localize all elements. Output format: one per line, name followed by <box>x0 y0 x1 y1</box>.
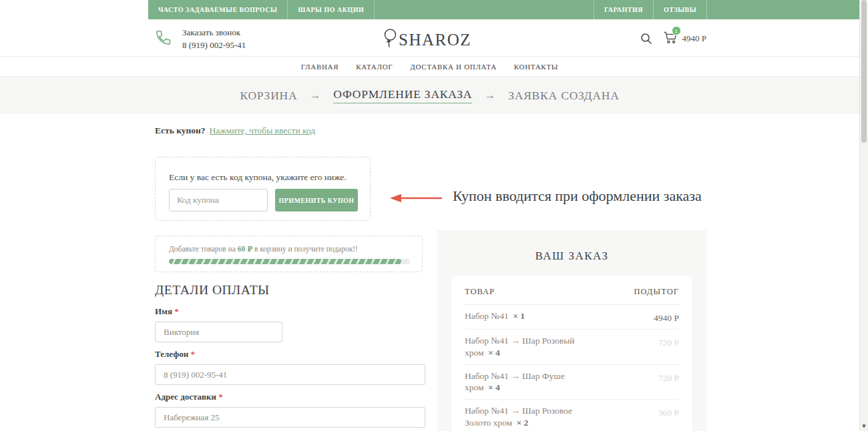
nav-home[interactable]: ГЛАВНАЯ <box>301 63 339 71</box>
coupon-toggle-row: Есть купон?Нажмите, чтобы ввести код <box>155 125 315 136</box>
name-input[interactable] <box>155 322 282 342</box>
site-header: Заказать звонок 8 (919) 002-95-41 SHAROZ <box>0 19 859 57</box>
name-field-group: Имя * <box>155 306 282 342</box>
order-summary-title: ВАШ ЗАКАЗ <box>437 250 706 263</box>
coupon-question: Есть купон? <box>155 125 206 135</box>
annotation-arrow-icon <box>390 193 442 205</box>
step-order-created: ЗАЯВКА СОЗДАНА <box>508 89 620 103</box>
topbar-right-links: ГАРАНТИЯ ОТЗЫВЫ <box>594 0 707 19</box>
logo[interactable]: SHAROZ <box>148 28 706 51</box>
nav-delivery-payment[interactable]: ДОСТАВКА И ОПЛАТА <box>410 63 496 71</box>
gift-progress-box: Добавьте товаров на 60 ₽ в корзину и пол… <box>155 236 423 272</box>
gift-progress-amount: 60 ₽ <box>238 245 252 253</box>
order-table-header: ТОВАР ПОДЫТОГ <box>465 276 679 305</box>
scrollbar-down-arrow[interactable]: ▼ <box>860 424 868 429</box>
step-cart[interactable]: КОРЗИНА <box>240 89 297 103</box>
coupon-hint: Если у вас есть код купона, укажите его … <box>169 172 347 183</box>
col-product: ТОВАР <box>465 287 495 297</box>
scrollbar-thumb[interactable] <box>861 0 867 143</box>
item-price: 720 Р <box>658 335 679 359</box>
logo-text: SHAROZ <box>399 31 471 49</box>
coupon-toggle-link[interactable]: Нажмите, чтобы ввести код <box>210 125 316 135</box>
billing-title: ДЕТАЛИ ОПЛАТЫ <box>155 283 270 298</box>
nav-catalog[interactable]: КАТАЛОГ <box>356 63 393 71</box>
coupon-form: Если у вас есть код купона, укажите его … <box>155 157 371 221</box>
nav-contacts[interactable]: КОНТАКТЫ <box>514 63 558 71</box>
item-price: 4940 Р <box>654 310 679 324</box>
gift-progress-text: Добавьте товаров на 60 ₽ в корзину и пол… <box>169 244 358 254</box>
cart-total: 4940 Р <box>682 33 706 44</box>
coupon-code-input[interactable] <box>169 189 268 211</box>
order-item-row: Набор №41 × 1 4940 Р <box>465 305 679 330</box>
phone-field-label: Телефон * <box>155 349 425 360</box>
topbar-left-links: ЧАСТО ЗАДАВАЕМЫЕ ВОПРОСЫ ШАРЫ ПО АКЦИИ <box>148 0 375 19</box>
topbar: ЧАСТО ЗАДАВАЕМЫЕ ВОПРОСЫ ШАРЫ ПО АКЦИИ Г… <box>148 0 859 19</box>
address-field-label: Адрес доставки * <box>155 392 425 402</box>
topbar-link-faq[interactable]: ЧАСТО ЗАДАВАЕМЫЕ ВОПРОСЫ <box>148 0 288 19</box>
order-summary-card: ТОВАР ПОДЫТОГ Набор №41 × 1 4940 Р Набор… <box>451 276 692 431</box>
main-nav: ГЛАВНАЯ КАТАЛОГ ДОСТАВКА И ОПЛАТА КОНТАК… <box>0 57 859 77</box>
balloon-icon <box>383 28 398 51</box>
phone-field-group: Телефон * <box>155 349 425 385</box>
coupon-annotation: Купон вводится при оформлении заказа <box>453 187 702 205</box>
topbar-link-reviews[interactable]: ОТЗЫВЫ <box>654 0 707 19</box>
page-scrollbar: ▼ <box>859 0 868 431</box>
step-checkout-current[interactable]: ОФОРМЛЕНИЕ ЗАКАЗА <box>333 87 472 103</box>
order-summary-section: ВАШ ЗАКАЗ ТОВАР ПОДЫТОГ Набор №41 × 1 49… <box>437 230 706 431</box>
cart-button[interactable]: 1 4940 Р <box>663 31 706 47</box>
order-item-row: Набор №41 → Шар Розовый хром × 4 720 Р <box>465 330 679 365</box>
apply-coupon-button[interactable]: ПРИМЕНИТЬ КУПОН <box>275 189 358 211</box>
order-item-row: Набор №41 → Шар Розовое Золото хром × 2 … <box>465 400 679 431</box>
item-price: 360 Р <box>658 405 679 429</box>
topbar-link-sale-balloons[interactable]: ШАРЫ ПО АКЦИИ <box>288 0 375 19</box>
order-item-row: Набор №41 → Шар Фуше хром × 4 720 Р <box>465 365 679 400</box>
address-input[interactable] <box>155 407 425 428</box>
step-arrow-icon: → <box>484 89 496 102</box>
step-arrow-icon: → <box>309 89 321 102</box>
checkout-main: Есть купон?Нажмите, чтобы ввести код Есл… <box>155 114 706 431</box>
checkout-steps: КОРЗИНА → ОФОРМЛЕНИЕ ЗАКАЗА → ЗАЯВКА СОЗ… <box>0 77 859 114</box>
col-subtotal: ПОДЫТОГ <box>634 287 679 297</box>
topbar-link-warranty[interactable]: ГАРАНТИЯ <box>594 0 654 19</box>
cart-count-badge: 1 <box>672 26 681 35</box>
gift-progress-fill <box>169 259 401 264</box>
address-field-group: Адрес доставки * <box>155 392 425 428</box>
item-price: 720 Р <box>658 370 679 394</box>
search-icon[interactable] <box>640 33 652 45</box>
phone-input[interactable] <box>155 364 425 385</box>
gift-progress-track <box>169 259 410 264</box>
name-field-label: Имя * <box>155 306 282 317</box>
